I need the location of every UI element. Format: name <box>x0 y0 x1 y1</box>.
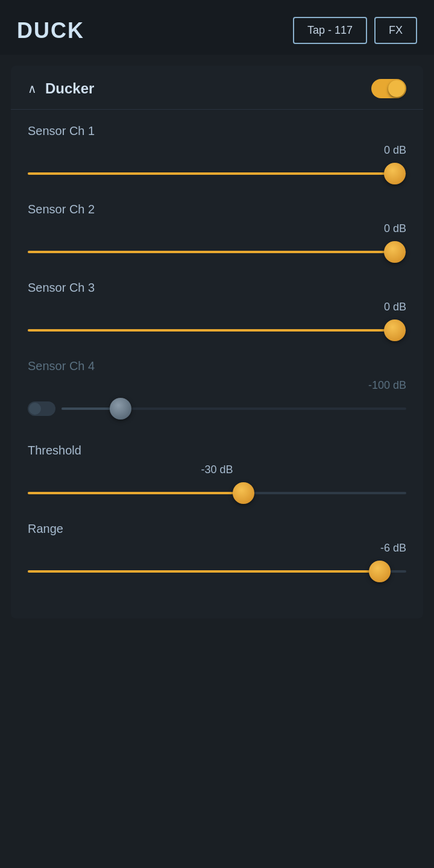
threshold-value: -30 dB <box>201 464 233 476</box>
threshold-label: Threshold <box>28 444 406 458</box>
sensor-ch1-section: Sensor Ch 1 0 dB <box>11 124 423 203</box>
sensor-ch1-value: 0 dB <box>384 144 406 157</box>
main-card: ∧ Ducker Sensor Ch 1 0 dB Sensor Ch 2 0 … <box>11 66 423 618</box>
sensor-ch4-toggle[interactable] <box>28 401 55 416</box>
sensor-ch4-slider-container[interactable] <box>61 397 406 421</box>
sensor-ch1-fill <box>28 172 395 175</box>
sensor-ch4-value: -100 dB <box>368 379 406 392</box>
range-value-row: -6 dB <box>28 542 406 555</box>
sensor-ch1-value-row: 0 dB <box>28 144 406 157</box>
sensor-ch3-value-row: 0 dB <box>28 301 406 313</box>
sensor-ch4-value-row: -100 dB <box>28 379 406 392</box>
sensor-ch1-label: Sensor Ch 1 <box>28 124 406 138</box>
sensor-ch4-label: Sensor Ch 4 <box>28 359 406 373</box>
ducker-toggle[interactable] <box>371 79 406 98</box>
sensor-ch2-fill <box>28 251 395 253</box>
divider <box>11 109 423 110</box>
sensor-ch2-slider[interactable] <box>28 240 406 264</box>
sensor-ch3-thumb[interactable] <box>384 319 406 341</box>
collapse-icon[interactable]: ∧ <box>28 81 37 96</box>
threshold-section: Threshold -30 dB <box>11 438 423 522</box>
top-bar: DUCK Tap - 117 FX <box>0 0 434 55</box>
sensor-ch4-fill <box>61 407 113 410</box>
sensor-ch3-value: 0 dB <box>384 301 406 313</box>
range-value: -6 dB <box>380 542 406 555</box>
threshold-slider[interactable] <box>28 481 406 505</box>
section-header-left: ∧ Ducker <box>28 80 94 97</box>
sensor-ch2-section: Sensor Ch 2 0 dB <box>11 203 423 281</box>
threshold-fill <box>28 492 244 494</box>
ducker-title: Ducker <box>45 80 94 97</box>
sensor-ch4-thumb[interactable] <box>110 398 131 420</box>
toggle-thumb <box>388 80 405 97</box>
app-title: DUCK <box>17 18 84 43</box>
threshold-thumb[interactable] <box>233 482 254 504</box>
sensor-ch2-value-row: 0 dB <box>28 222 406 235</box>
top-bar-buttons: Tap - 117 FX <box>293 17 417 44</box>
range-slider[interactable] <box>28 559 406 583</box>
sensor-ch2-value: 0 dB <box>384 222 406 235</box>
sensor-ch4-row <box>28 397 406 421</box>
section-header: ∧ Ducker <box>11 66 423 109</box>
threshold-value-row: -30 dB <box>28 464 406 476</box>
sensor-ch1-slider[interactable] <box>28 162 406 186</box>
range-section: Range -6 dB <box>11 522 423 600</box>
tap-button[interactable]: Tap - 117 <box>293 17 367 44</box>
sensor-ch3-section: Sensor Ch 3 0 dB <box>11 281 423 359</box>
fx-button[interactable]: FX <box>374 17 417 44</box>
sensor-ch3-label: Sensor Ch 3 <box>28 281 406 295</box>
sensor-ch2-thumb[interactable] <box>384 241 406 263</box>
sensor-ch1-thumb[interactable] <box>384 163 406 184</box>
sensor-ch4-section: Sensor Ch 4 -100 dB <box>11 359 423 438</box>
sensor-ch2-label: Sensor Ch 2 <box>28 203 406 216</box>
range-fill <box>28 570 380 573</box>
range-thumb[interactable] <box>369 561 391 582</box>
sensor-ch4-toggle-thumb <box>29 403 41 415</box>
sensor-ch3-slider[interactable] <box>28 318 406 342</box>
range-label: Range <box>28 522 406 536</box>
sensor-ch3-fill <box>28 329 395 332</box>
